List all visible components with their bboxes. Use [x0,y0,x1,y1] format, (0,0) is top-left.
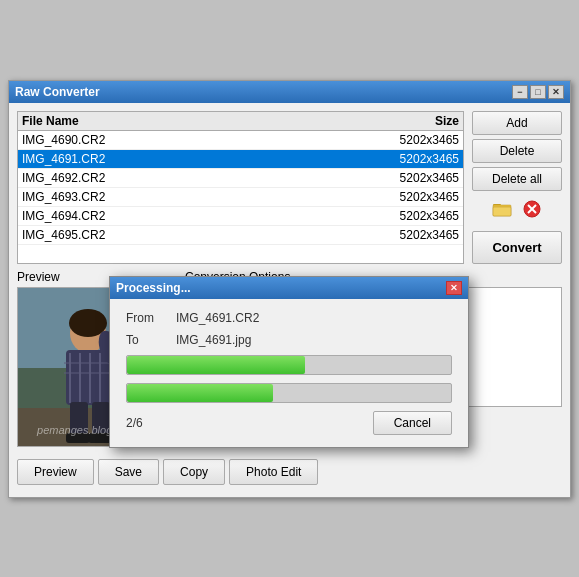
from-value: IMG_4691.CR2 [176,311,259,325]
to-value: IMG_4691.jpg [176,333,251,347]
from-row: From IMG_4691.CR2 [126,311,452,325]
from-label: From [126,311,176,325]
dialog-overlay: Processing... ✕ From IMG_4691.CR2 To IMG… [9,81,570,497]
to-row: To IMG_4691.jpg [126,333,452,347]
progress-bar-1 [126,355,452,375]
to-label: To [126,333,176,347]
dialog-close-button[interactable]: ✕ [446,281,462,295]
dialog-title-bar: Processing... ✕ [110,277,468,299]
progress-bar-2 [126,383,452,403]
processing-dialog: Processing... ✕ From IMG_4691.CR2 To IMG… [109,276,469,448]
main-window: Raw Converter − □ ✕ File Name Size IMG_4… [8,80,571,498]
dialog-body: From IMG_4691.CR2 To IMG_4691.jpg 2/6 Ca… [110,299,468,447]
dialog-title: Processing... [116,281,191,295]
progress-bar-2-fill [127,384,273,402]
cancel-button[interactable]: Cancel [373,411,452,435]
progress-bar-1-fill [127,356,305,374]
progress-counter: 2/6 [126,416,143,430]
dialog-footer: 2/6 Cancel [126,411,452,435]
